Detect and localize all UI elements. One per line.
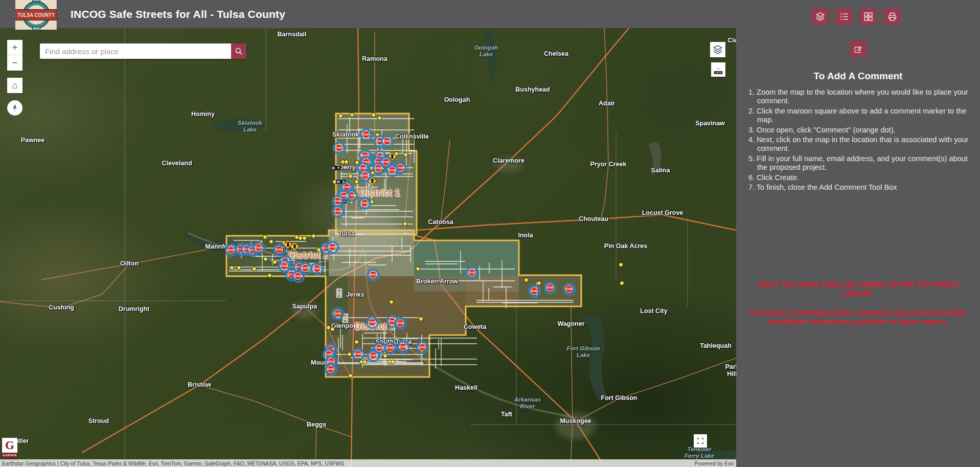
measure-button[interactable]: ↔ (711, 62, 725, 77)
tulsa-county-logo: TULSA COUNTY (15, 0, 57, 30)
app-header: TULSA COUNTY INCOG Safe Streets for All … (0, 0, 980, 28)
search-bar (40, 43, 246, 59)
search-input[interactable] (40, 43, 231, 59)
zoom-in-button[interactable]: + (7, 40, 22, 55)
print-button[interactable] (884, 8, 900, 25)
instruction-step: 7. To finish, close the Add Comment Tool… (748, 183, 971, 192)
search-button[interactable] (231, 43, 246, 59)
garver-logo-name: GARVER (2, 453, 17, 458)
compass-button[interactable] (7, 100, 22, 116)
header-toolbar (812, 8, 900, 25)
map-artwork (0, 28, 736, 467)
instruction-step: 3. Once open, click "Comment" (orange do… (748, 126, 971, 135)
page-title: INCOG Safe Streets for All - Tulsa Count… (71, 8, 285, 20)
instruction-step: 2. Click the maroon square above to add … (748, 107, 971, 125)
measure-arrows-icon: ↔ (716, 65, 721, 71)
home-button[interactable]: ⌂ (7, 78, 22, 93)
powered-by-esri: Powered by Esri (695, 460, 734, 466)
district-2-3-polygon[interactable] (226, 230, 581, 377)
zoom-out-button[interactable]: − (7, 55, 22, 71)
instruction-step: 5. Fill in your full name, email address… (748, 154, 971, 172)
instruction-step: 4. Next, click on the map in the locatio… (748, 136, 971, 153)
instruction-steps: 1. Zoom the map to the location where yo… (736, 88, 980, 193)
ruler-icon (714, 71, 722, 74)
instruction-step: 6. Click Create. (748, 173, 971, 182)
compass-needle-icon (10, 103, 20, 113)
sidebar-heading: To Add A Comment (814, 71, 903, 82)
attribution-sources: Earthstar Geographics | City of Tulsa, T… (2, 460, 344, 466)
map-layers-button[interactable] (710, 42, 725, 57)
logo-text: TULSA COUNTY (17, 12, 55, 18)
app-window: TULSA COUNTY INCOG Safe Streets for All … (0, 0, 980, 467)
map[interactable]: BarnsdallRamonaOologah LakeChelseaOologa… (0, 28, 736, 467)
fullscreen-button[interactable] (694, 434, 707, 448)
garver-logo-initial: G (2, 438, 17, 453)
instruction-step: 1. Zoom the map to the location where yo… (748, 88, 971, 106)
layers-icon (816, 12, 825, 21)
instructions-sidebar: To Add A Comment 1. Zoom the map to the … (736, 28, 980, 467)
fullscreen-icon (697, 437, 704, 444)
search-icon (235, 47, 243, 55)
garver-logo: G GARVER (2, 438, 17, 458)
warning-visibility: ONLY THE CIRCLE WILL BE VISIBLE AFTER YO… (736, 280, 980, 298)
warning-privacy: Individuals submitting public comments m… (736, 308, 980, 326)
map-layers-icon (713, 45, 722, 54)
basemap-gallery-icon (864, 12, 873, 21)
basemap-gallery-button[interactable] (860, 8, 876, 25)
districts-layer (226, 114, 581, 377)
edit-icon (854, 45, 862, 54)
print-icon (888, 12, 897, 21)
logo-ornament-bottom (32, 27, 40, 30)
legend-icon (840, 12, 849, 21)
add-comment-button[interactable] (850, 41, 867, 57)
legend-button[interactable] (836, 8, 852, 25)
layers-button[interactable] (812, 8, 828, 25)
attribution-bar: Earthstar Geographics | City of Tulsa, T… (0, 459, 736, 467)
